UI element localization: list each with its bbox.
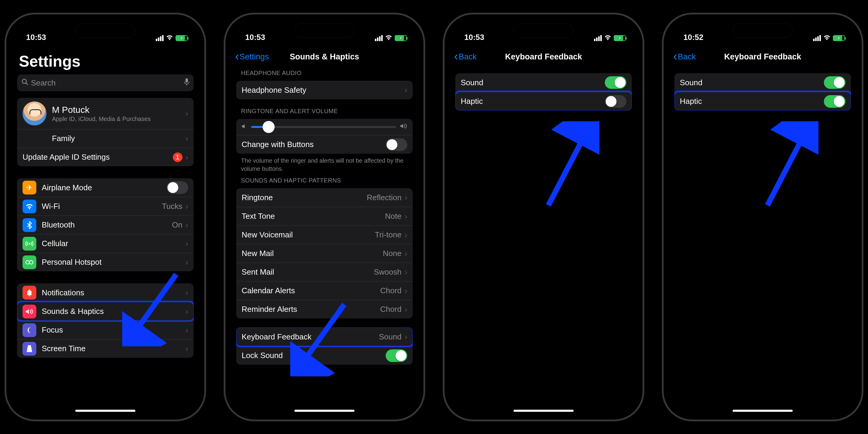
ringtone-row[interactable]: RingtoneReflection›: [236, 188, 413, 207]
text-tone-row[interactable]: Text ToneNote›: [236, 207, 413, 225]
slider-thumb[interactable]: [262, 121, 275, 133]
family-row[interactable]: Family ›: [17, 129, 194, 148]
volume-slider[interactable]: [251, 126, 396, 128]
search-input[interactable]: Search: [17, 74, 194, 91]
haptic-label: Haptic: [680, 97, 702, 106]
update-apple-id-row[interactable]: Update Apple ID Settings 1 ›: [17, 148, 194, 166]
phone-settings: 10:53 ⚡︎ Settings Search: [5, 13, 206, 421]
chevron-right-icon: ›: [405, 305, 407, 314]
airplane-toggle[interactable]: [166, 181, 188, 194]
volume-high-icon: [400, 123, 407, 131]
sound-label: Sound: [680, 78, 702, 87]
headphone-safety-label: Headphone Safety: [242, 86, 306, 95]
cellular-row[interactable]: Cellular ›: [17, 234, 194, 253]
text-tone-value: Note: [385, 212, 402, 221]
content[interactable]: Settings Search M Potuck Apple ID, iClou…: [11, 46, 199, 394]
focus-label: Focus: [42, 326, 63, 335]
signal-icon: [813, 35, 821, 41]
sound-label: Sound: [461, 78, 483, 87]
bluetooth-row[interactable]: Bluetooth On ›: [17, 216, 194, 234]
profile-group: M Potuck Apple ID, iCloud, Media & Purch…: [17, 98, 194, 166]
chevron-right-icon: ›: [405, 212, 407, 221]
avatar: [23, 101, 46, 125]
haptic-row[interactable]: Haptic: [455, 92, 632, 111]
wifi-row[interactable]: Wi-Fi Tucks ›: [17, 197, 194, 216]
home-indicator[interactable]: [514, 410, 574, 412]
sound-row[interactable]: Sound: [674, 73, 851, 92]
notifications-icon: [23, 286, 36, 300]
status-icons: ⚡︎: [813, 34, 845, 42]
chevron-right-icon: ›: [185, 134, 188, 144]
dynamic-island: [514, 23, 574, 38]
home-indicator[interactable]: [294, 410, 354, 412]
nav-title: Keyboard Feedback: [669, 52, 857, 62]
keyboard-feedback-row[interactable]: Keyboard FeedbackSound›: [236, 328, 413, 346]
sound-row[interactable]: Sound: [455, 73, 632, 92]
sounds-icon: [23, 305, 36, 318]
screentime-row[interactable]: Screen Time ›: [17, 339, 194, 358]
haptic-row[interactable]: Haptic: [674, 92, 851, 111]
screen: 10:53 ⚡︎ ‹Settings Sounds & Haptics HEAD…: [230, 19, 419, 415]
calendar-alerts-row[interactable]: Calendar AlertsChord›: [236, 281, 413, 300]
wifi-label: Wi-Fi: [42, 202, 60, 211]
new-mail-value: None: [383, 249, 402, 258]
nav-bar: ‹Back Keyboard Feedback: [449, 46, 638, 67]
haptic-toggle[interactable]: [824, 95, 845, 108]
hotspot-row[interactable]: Personal Hotspot ›: [17, 253, 194, 271]
back-button[interactable]: ‹Back: [673, 52, 696, 62]
volume-slider-row[interactable]: [236, 119, 413, 135]
sent-mail-row[interactable]: Sent MailSwoosh›: [236, 262, 413, 281]
reminder-alerts-label: Reminder Alerts: [242, 305, 297, 314]
reminder-alerts-row[interactable]: Reminder AlertsChord›: [236, 300, 413, 318]
chevron-right-icon: ›: [185, 202, 188, 211]
connectivity-group: ✈︎ Airplane Mode Wi-Fi Tucks › Bl: [17, 178, 194, 271]
notifications-row[interactable]: Notifications ›: [17, 283, 194, 302]
lock-sound-row[interactable]: Lock Sound: [236, 346, 413, 365]
voicemail-row[interactable]: New VoicemailTri-tone›: [236, 225, 413, 244]
svg-rect-2: [185, 78, 188, 83]
focus-icon: [23, 323, 36, 337]
chevron-right-icon: ›: [185, 326, 188, 335]
airplane-label: Airplane Mode: [42, 183, 92, 192]
sent-mail-label: Sent Mail: [242, 268, 274, 277]
bluetooth-label: Bluetooth: [42, 220, 75, 229]
focus-row[interactable]: Focus ›: [17, 320, 194, 339]
wifi-icon: [166, 34, 173, 42]
chevron-right-icon: ›: [185, 108, 188, 118]
update-apple-id-label: Update Apple ID Settings: [23, 152, 110, 162]
svg-rect-7: [28, 345, 31, 347]
change-with-buttons-row[interactable]: Change with Buttons: [236, 135, 413, 154]
chevron-right-icon: ›: [405, 268, 407, 277]
content[interactable]: Sound Haptic: [449, 67, 638, 415]
content[interactable]: Sound Haptic: [669, 67, 857, 415]
chevron-right-icon: ›: [405, 193, 407, 202]
power-button: [862, 134, 863, 185]
home-indicator[interactable]: [75, 410, 135, 412]
airplane-row[interactable]: ✈︎ Airplane Mode: [17, 178, 194, 197]
back-button[interactable]: ‹Settings: [235, 52, 269, 62]
sound-toggle[interactable]: [605, 76, 626, 89]
sound-toggle[interactable]: [824, 76, 845, 89]
section-header-ringtone-vol: RINGTONE AND ALERT VOLUME: [241, 108, 408, 115]
sounds-haptics-row[interactable]: Sounds & Haptics ›: [17, 302, 194, 320]
apple-id-row[interactable]: M Potuck Apple ID, iCloud, Media & Purch…: [17, 98, 194, 129]
status-time: 10:53: [464, 33, 485, 42]
headphone-safety-row[interactable]: Headphone Safety ›: [236, 81, 413, 99]
haptic-toggle[interactable]: [605, 95, 626, 108]
battery-icon: ⚡︎: [614, 35, 626, 41]
voicemail-value: Tri-tone: [375, 230, 402, 240]
new-mail-row[interactable]: New MailNone›: [236, 244, 413, 262]
back-button[interactable]: ‹Back: [454, 52, 476, 62]
chevron-right-icon: ›: [185, 152, 188, 162]
lock-sound-toggle[interactable]: [386, 349, 407, 362]
volume-up-button: [662, 122, 663, 155]
change-buttons-toggle[interactable]: [386, 138, 407, 151]
mic-icon[interactable]: [184, 78, 189, 88]
home-indicator[interactable]: [733, 410, 793, 412]
haptic-label: Haptic: [461, 97, 483, 106]
battery-icon: ⚡︎: [833, 35, 845, 41]
search-icon: [21, 78, 29, 88]
power-button: [424, 134, 425, 185]
chevron-right-icon: ›: [185, 288, 188, 298]
content[interactable]: HEADPHONE AUDIO Headphone Safety › RINGT…: [230, 61, 419, 403]
